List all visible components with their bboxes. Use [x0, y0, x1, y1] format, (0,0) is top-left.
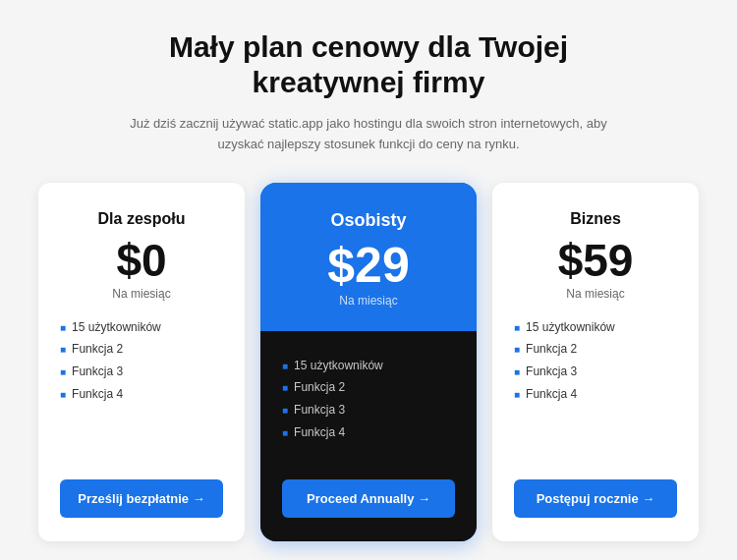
card-personal-bottom: ■15 użytkowników ■Funkcja 2 ■Funkcja 3 ■…	[260, 331, 477, 541]
card-personal-cta-button[interactable]: Proceed Annually →	[282, 479, 455, 518]
card-business-title: Biznes	[570, 210, 621, 228]
bullet-icon: ■	[282, 404, 288, 418]
card-free-period: Na miesiąc	[112, 287, 170, 301]
bullet-icon: ■	[282, 426, 288, 440]
list-item: ■15 użytkowników	[60, 316, 223, 339]
card-personal: Osobisty $29 Na miesiąc ■15 użytkowników…	[260, 183, 477, 541]
card-free-title: Dla zespołu	[98, 210, 186, 228]
pricing-cards: Dla zespołu $0 Na miesiąc ■15 użytkownik…	[20, 183, 717, 541]
list-item: ■15 użytkowników	[514, 316, 677, 339]
main-title: Mały plan cenowy dla Twojej kreatywnej f…	[123, 29, 614, 100]
bullet-icon: ■	[514, 365, 520, 379]
list-item: ■Funkcja 2	[60, 338, 223, 361]
list-item: ■Funkcja 4	[514, 383, 677, 406]
header-section: Mały plan cenowy dla Twojej kreatywnej f…	[123, 29, 614, 155]
list-item: ■Funkcja 3	[60, 361, 223, 383]
card-business-features-list: ■15 użytkowników ■Funkcja 2 ■Funkcja 3 ■…	[514, 316, 677, 406]
card-business-cta-button[interactable]: Postępuj rocznie →	[514, 479, 677, 518]
card-free-price: $0	[116, 238, 166, 283]
list-item: ■Funkcja 2	[514, 338, 677, 361]
bullet-icon: ■	[514, 343, 520, 357]
card-business-features: ■15 użytkowników ■Funkcja 2 ■Funkcja 3 ■…	[514, 316, 677, 425]
card-personal-features-list: ■15 użytkowników ■Funkcja 2 ■Funkcja 3 ■…	[282, 355, 455, 444]
bullet-icon: ■	[282, 381, 288, 395]
card-business-price: $59	[558, 238, 634, 283]
list-item: ■15 użytkowników	[282, 355, 455, 377]
bullet-icon: ■	[60, 343, 66, 357]
page-wrapper: Mały plan cenowy dla Twojej kreatywnej f…	[0, 0, 737, 560]
bullet-icon: ■	[514, 321, 520, 335]
card-personal-price: $29	[327, 241, 409, 290]
bullet-icon: ■	[60, 388, 66, 402]
bullet-icon: ■	[60, 365, 66, 379]
subtitle: Już dziś zacznij używać static.app jako …	[123, 114, 614, 155]
card-free: Dla zespołu $0 Na miesiąc ■15 użytkownik…	[38, 183, 245, 541]
list-item: ■Funkcja 4	[282, 421, 455, 444]
list-item: ■Funkcja 3	[514, 361, 677, 383]
list-item: ■Funkcja 2	[282, 376, 455, 399]
bullet-icon: ■	[60, 321, 66, 335]
card-business-period: Na miesiąc	[566, 287, 624, 301]
list-item: ■Funkcja 4	[60, 383, 223, 406]
card-personal-period: Na miesiąc	[339, 294, 397, 308]
card-free-cta-button[interactable]: Prześlij bezpłatnie →	[60, 479, 223, 518]
card-personal-title: Osobisty	[330, 210, 406, 231]
card-personal-top: Osobisty $29 Na miesiąc	[260, 183, 477, 331]
card-business: Biznes $59 Na miesiąc ■15 użytkowników ■…	[492, 183, 699, 541]
bullet-icon: ■	[282, 360, 288, 373]
card-free-features: ■15 użytkowników ■Funkcja 2 ■Funkcja 3 ■…	[60, 316, 223, 425]
list-item: ■Funkcja 3	[282, 399, 455, 421]
card-free-features-list: ■15 użytkowników ■Funkcja 2 ■Funkcja 3 ■…	[60, 316, 223, 406]
bullet-icon: ■	[514, 388, 520, 402]
